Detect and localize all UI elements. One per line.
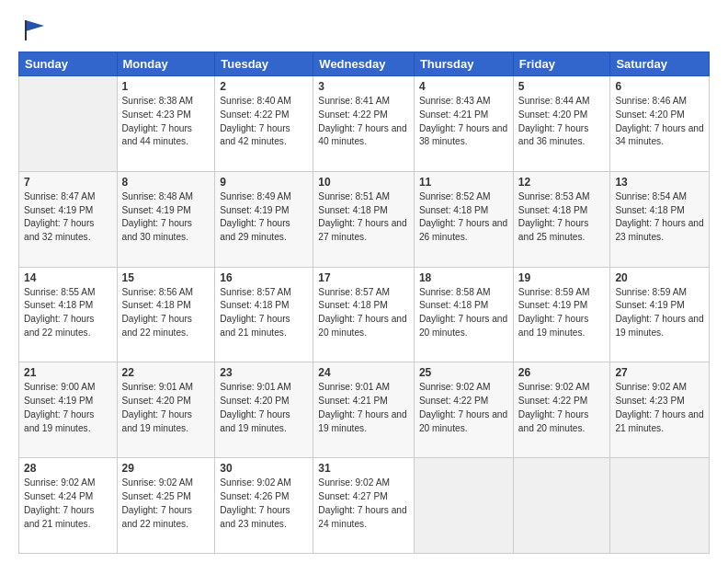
day-number: 29 <box>122 462 210 475</box>
day-number: 30 <box>220 462 308 475</box>
weekday-saturday: Saturday <box>610 52 710 76</box>
day-number: 27 <box>615 366 704 379</box>
day-cell: 4Sunrise: 8:43 AMSunset: 4:21 PMDaylight… <box>414 76 513 172</box>
day-info: Sunrise: 8:54 AMSunset: 4:18 PMDaylight:… <box>615 190 704 245</box>
day-info: Sunrise: 9:02 AMSunset: 4:22 PMDaylight:… <box>518 381 606 435</box>
day-info: Sunrise: 8:53 AMSunset: 4:18 PMDaylight:… <box>518 190 606 245</box>
day-info: Sunrise: 9:02 AMSunset: 4:22 PMDaylight:… <box>419 381 508 435</box>
day-number: 28 <box>24 462 112 475</box>
day-info: Sunrise: 8:47 AMSunset: 4:19 PMDaylight:… <box>24 190 112 245</box>
day-cell: 20Sunrise: 8:59 AMSunset: 4:19 PMDayligh… <box>610 267 710 362</box>
day-cell: 5Sunrise: 8:44 AMSunset: 4:20 PMDaylight… <box>513 76 610 172</box>
day-info: Sunrise: 8:40 AMSunset: 4:22 PMDaylight:… <box>220 95 308 149</box>
day-info: Sunrise: 8:52 AMSunset: 4:18 PMDaylight:… <box>419 190 508 245</box>
day-number: 21 <box>24 366 112 379</box>
day-info: Sunrise: 8:59 AMSunset: 4:19 PMDaylight:… <box>615 286 704 340</box>
day-number: 8 <box>122 176 210 189</box>
day-info: Sunrise: 8:46 AMSunset: 4:20 PMDaylight:… <box>615 95 704 149</box>
day-cell: 28Sunrise: 9:02 AMSunset: 4:24 PMDayligh… <box>19 458 118 554</box>
day-number: 3 <box>318 80 409 93</box>
day-cell: 29Sunrise: 9:02 AMSunset: 4:25 PMDayligh… <box>117 458 215 554</box>
day-number: 22 <box>122 366 210 379</box>
week-row-4: 28Sunrise: 9:02 AMSunset: 4:24 PMDayligh… <box>19 458 710 554</box>
day-cell: 26Sunrise: 9:02 AMSunset: 4:22 PMDayligh… <box>513 362 610 458</box>
weekday-tuesday: Tuesday <box>215 52 313 76</box>
day-cell: 2Sunrise: 8:40 AMSunset: 4:22 PMDaylight… <box>215 76 313 172</box>
day-cell: 23Sunrise: 9:01 AMSunset: 4:20 PMDayligh… <box>215 362 313 458</box>
day-number: 6 <box>615 80 704 93</box>
day-info: Sunrise: 9:01 AMSunset: 4:20 PMDaylight:… <box>122 381 210 435</box>
day-number: 2 <box>220 80 308 93</box>
day-info: Sunrise: 8:48 AMSunset: 4:19 PMDaylight:… <box>122 190 210 245</box>
day-number: 26 <box>518 366 606 379</box>
day-number: 24 <box>318 366 409 379</box>
day-cell: 7Sunrise: 8:47 AMSunset: 4:19 PMDaylight… <box>19 171 118 267</box>
day-number: 9 <box>220 176 308 189</box>
day-number: 23 <box>220 366 308 379</box>
day-number: 17 <box>318 271 409 284</box>
day-cell: 10Sunrise: 8:51 AMSunset: 4:18 PMDayligh… <box>313 171 415 267</box>
logo-flag-icon <box>22 17 48 42</box>
logo <box>18 17 48 42</box>
day-cell <box>513 458 610 554</box>
week-row-0: 1Sunrise: 8:38 AMSunset: 4:23 PMDaylight… <box>19 76 710 172</box>
weekday-wednesday: Wednesday <box>313 52 415 76</box>
week-row-1: 7Sunrise: 8:47 AMSunset: 4:19 PMDaylight… <box>19 171 710 267</box>
header <box>18 17 710 42</box>
calendar-table: SundayMondayTuesdayWednesdayThursdayFrid… <box>18 52 710 554</box>
day-cell: 25Sunrise: 9:02 AMSunset: 4:22 PMDayligh… <box>414 362 513 458</box>
day-number: 18 <box>419 271 508 284</box>
day-cell <box>414 458 513 554</box>
day-number: 19 <box>518 271 606 284</box>
day-number: 11 <box>419 176 508 189</box>
day-number: 15 <box>122 271 210 284</box>
day-cell: 15Sunrise: 8:56 AMSunset: 4:18 PMDayligh… <box>117 267 215 362</box>
day-info: Sunrise: 9:00 AMSunset: 4:19 PMDaylight:… <box>24 381 112 435</box>
weekday-sunday: Sunday <box>19 52 118 76</box>
day-cell: 22Sunrise: 9:01 AMSunset: 4:20 PMDayligh… <box>117 362 215 458</box>
calendar-header: SundayMondayTuesdayWednesdayThursdayFrid… <box>19 52 710 76</box>
day-cell: 1Sunrise: 8:38 AMSunset: 4:23 PMDaylight… <box>117 76 215 172</box>
day-info: Sunrise: 9:02 AMSunset: 4:26 PMDaylight:… <box>220 477 308 531</box>
day-cell <box>610 458 710 554</box>
svg-marker-0 <box>26 20 44 31</box>
day-info: Sunrise: 9:01 AMSunset: 4:20 PMDaylight:… <box>220 381 308 435</box>
day-number: 16 <box>220 271 308 284</box>
day-number: 25 <box>419 366 508 379</box>
day-number: 31 <box>318 462 409 475</box>
day-number: 20 <box>615 271 704 284</box>
day-info: Sunrise: 8:51 AMSunset: 4:18 PMDaylight:… <box>318 190 409 245</box>
day-cell: 24Sunrise: 9:01 AMSunset: 4:21 PMDayligh… <box>313 362 415 458</box>
day-cell: 9Sunrise: 8:49 AMSunset: 4:19 PMDaylight… <box>215 171 313 267</box>
day-cell <box>19 76 118 172</box>
day-number: 12 <box>518 176 606 189</box>
day-info: Sunrise: 9:01 AMSunset: 4:21 PMDaylight:… <box>318 381 409 435</box>
day-cell: 13Sunrise: 8:54 AMSunset: 4:18 PMDayligh… <box>610 171 710 267</box>
day-number: 13 <box>615 176 704 189</box>
day-info: Sunrise: 9:02 AMSunset: 4:27 PMDaylight:… <box>318 477 409 531</box>
weekday-monday: Monday <box>117 52 215 76</box>
day-number: 7 <box>24 176 112 189</box>
day-info: Sunrise: 8:41 AMSunset: 4:22 PMDaylight:… <box>318 95 409 149</box>
day-cell: 21Sunrise: 9:00 AMSunset: 4:19 PMDayligh… <box>19 362 118 458</box>
week-row-2: 14Sunrise: 8:55 AMSunset: 4:18 PMDayligh… <box>19 267 710 362</box>
day-cell: 12Sunrise: 8:53 AMSunset: 4:18 PMDayligh… <box>513 171 610 267</box>
day-cell: 27Sunrise: 9:02 AMSunset: 4:23 PMDayligh… <box>610 362 710 458</box>
day-cell: 3Sunrise: 8:41 AMSunset: 4:22 PMDaylight… <box>313 76 415 172</box>
day-cell: 14Sunrise: 8:55 AMSunset: 4:18 PMDayligh… <box>19 267 118 362</box>
day-number: 1 <box>122 80 210 93</box>
day-info: Sunrise: 9:02 AMSunset: 4:24 PMDaylight:… <box>24 477 112 531</box>
calendar-body: 1Sunrise: 8:38 AMSunset: 4:23 PMDaylight… <box>19 76 710 554</box>
day-cell: 31Sunrise: 9:02 AMSunset: 4:27 PMDayligh… <box>313 458 415 554</box>
day-cell: 6Sunrise: 8:46 AMSunset: 4:20 PMDaylight… <box>610 76 710 172</box>
day-info: Sunrise: 8:58 AMSunset: 4:18 PMDaylight:… <box>419 286 508 340</box>
day-info: Sunrise: 8:49 AMSunset: 4:19 PMDaylight:… <box>220 190 308 245</box>
day-number: 5 <box>518 80 606 93</box>
day-cell: 8Sunrise: 8:48 AMSunset: 4:19 PMDaylight… <box>117 171 215 267</box>
day-info: Sunrise: 8:44 AMSunset: 4:20 PMDaylight:… <box>518 95 606 149</box>
day-info: Sunrise: 8:55 AMSunset: 4:18 PMDaylight:… <box>24 286 112 340</box>
day-cell: 18Sunrise: 8:58 AMSunset: 4:18 PMDayligh… <box>414 267 513 362</box>
day-info: Sunrise: 9:02 AMSunset: 4:25 PMDaylight:… <box>122 477 210 531</box>
day-cell: 17Sunrise: 8:57 AMSunset: 4:18 PMDayligh… <box>313 267 415 362</box>
weekday-row: SundayMondayTuesdayWednesdayThursdayFrid… <box>19 52 710 76</box>
